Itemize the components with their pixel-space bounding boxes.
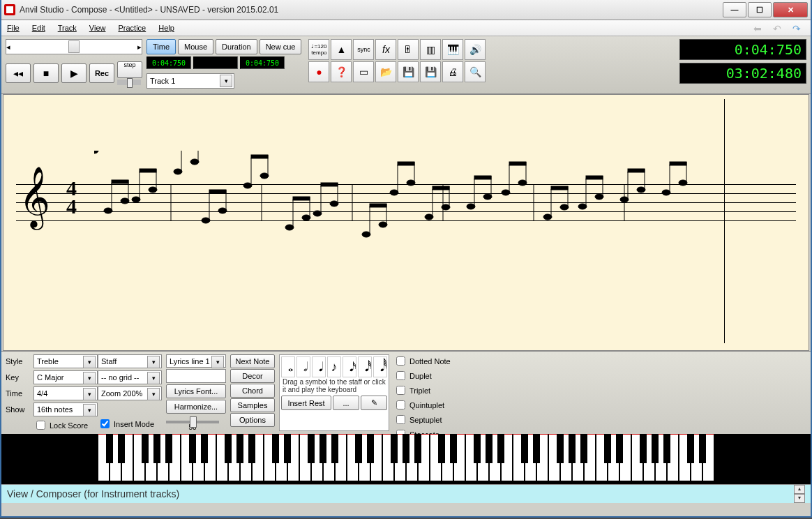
window-title: Anvil Studio - Compose - <Untitled> - UN… <box>20 5 278 15</box>
save-icon[interactable]: 💾 <box>398 61 419 82</box>
keyboard-icon[interactable]: 🎹 <box>442 39 463 60</box>
saveas-icon[interactable]: 💾 <box>420 61 441 82</box>
lyrics-line-select[interactable]: Lyrics line 1 <box>166 354 226 368</box>
options-button[interactable]: Options <box>230 413 275 427</box>
menu-practice[interactable]: Practice <box>118 24 146 32</box>
open-icon[interactable]: 📂 <box>375 61 396 82</box>
next-note-button[interactable]: Next Note <box>230 354 275 368</box>
note-64th[interactable]: 𝅘𝅥𝅱 <box>373 356 387 377</box>
note-whole[interactable]: 𝅝 <box>281 356 295 377</box>
zoom-icon[interactable]: 🔍 <box>465 61 486 82</box>
minimize-button[interactable]: — <box>723 2 746 17</box>
pen-button[interactable]: ✎ <box>361 396 387 410</box>
triplet-checkbox[interactable]: Triplet <box>393 384 451 397</box>
print-icon[interactable]: 🖨 <box>442 61 463 82</box>
note-32nd[interactable]: 𝅘𝅥𝅰 <box>358 356 372 377</box>
time-display-right: 0:04:750 <box>240 57 285 69</box>
palette-hint: Drag a symbol to the staff or click it a… <box>281 377 387 394</box>
mode-duration[interactable]: Duration <box>216 39 257 54</box>
tuner-icon[interactable]: 🎚 <box>398 39 419 60</box>
h-scrollbar[interactable]: ◂▸ <box>6 39 142 54</box>
svg-point-6 <box>94 151 98 153</box>
style-select[interactable]: Treble <box>33 354 98 368</box>
menu-view[interactable]: View <box>89 24 106 32</box>
audio-icon[interactable]: 🔊 <box>465 39 486 60</box>
note-half[interactable]: 𝅗𝅥 <box>296 356 310 377</box>
septuplet-checkbox[interactable]: Septuplet <box>393 413 451 426</box>
style-label: Style <box>6 357 31 366</box>
app-icon <box>4 4 15 15</box>
note-eighth[interactable]: ♪ <box>327 356 341 377</box>
harmonize-button[interactable]: Harmonize... <box>166 400 226 414</box>
redo-icon[interactable]: ↷ <box>792 23 805 33</box>
close-button[interactable]: ✕ <box>773 2 808 17</box>
scroll-up[interactable]: ▴ <box>794 485 805 494</box>
show-select[interactable]: 16th notes <box>33 403 98 416</box>
undo-icon[interactable]: ↶ <box>773 23 785 33</box>
samples-button[interactable]: Samples <box>230 398 275 412</box>
zoom-select[interactable]: Zoom 200% <box>98 386 162 400</box>
menu-help[interactable]: Help <box>158 24 174 32</box>
help-icon[interactable]: ❓ <box>331 61 352 82</box>
track-select[interactable]: Track 1 <box>146 73 234 89</box>
titlebar: Anvil Studio - Compose - <Untitled> - UN… <box>1 0 811 20</box>
decor-button[interactable]: Decor <box>230 369 275 383</box>
play-button[interactable]: ▶ <box>61 63 87 83</box>
scroll-down[interactable]: ▾ <box>794 494 805 503</box>
insert-rest-button[interactable]: Insert Rest <box>281 396 331 410</box>
score-area[interactable]: 𝄞 44 <box>3 94 809 351</box>
menu-edit[interactable]: Edit <box>32 24 45 32</box>
tempo-icon[interactable]: ♩=120tempo <box>308 39 329 60</box>
note-quarter[interactable]: 𝅘𝅥 <box>312 356 326 377</box>
nav-back-icon[interactable]: ⬅ <box>753 23 766 33</box>
fx-icon[interactable]: fx <box>375 39 396 60</box>
big-time-bottom: 03:02:480 <box>679 63 806 84</box>
velocity-slider[interactable]: 50 <box>166 416 219 431</box>
notes <box>94 151 708 290</box>
synth-icon[interactable]: ▥ <box>420 39 441 60</box>
mode-time[interactable]: Time <box>146 39 176 54</box>
show-label: Show <box>6 405 31 414</box>
menu-track[interactable]: Track <box>58 24 77 32</box>
lyrics-font-button[interactable]: Lyrics Font... <box>166 384 226 398</box>
rewind-button[interactable]: ◂◂ <box>6 63 31 83</box>
record-icon[interactable]: ● <box>308 61 329 82</box>
insert-mode-checkbox[interactable]: Insert Mode <box>98 417 162 430</box>
grid-select[interactable]: -- no grid -- <box>98 370 162 384</box>
duplet-checkbox[interactable]: Duplet <box>393 369 451 382</box>
quintuplet-checkbox[interactable]: Quintuplet <box>393 398 451 412</box>
staff-select[interactable]: Staff <box>98 354 162 368</box>
metronome-icon[interactable]: ▲ <box>331 39 352 60</box>
menubar: File Edit Track View Practice Help ⬅ ↶ ↷ <box>1 20 811 36</box>
note-palette: 𝅝 𝅗𝅥 𝅘𝅥 ♪ 𝅘𝅥𝅯 𝅘𝅥𝅰 𝅘𝅥𝅱 Drag a symbol to t… <box>279 354 389 431</box>
status-text: View / Composer (for Instrument tracks) <box>7 488 179 499</box>
record-button[interactable]: Rec <box>89 63 114 83</box>
toolbar: ◂▸ ◂◂ ■ ▶ Rec step Time Mouse Duration N… <box>1 36 811 94</box>
mode-newcue[interactable]: New cue <box>260 39 302 54</box>
step-slider[interactable] <box>117 80 141 85</box>
playhead-cursor[interactable] <box>724 99 725 343</box>
timesig-select[interactable]: 4/4 <box>33 386 98 400</box>
bottom-panel: Style Treble Key C Major Time 4/4 Show 1… <box>1 351 811 434</box>
key-label: Key <box>6 373 31 382</box>
time-display-left: 0:04:750 <box>146 57 191 69</box>
menu-file[interactable]: File <box>7 24 20 32</box>
status-bar: View / Composer (for Instrument tracks) … <box>1 484 811 503</box>
step-button[interactable]: step <box>117 61 142 78</box>
lyrics-input[interactable] <box>166 369 226 382</box>
maximize-button[interactable]: ☐ <box>748 2 772 17</box>
more-button[interactable]: ... <box>333 396 359 410</box>
new-icon[interactable]: ▭ <box>353 61 374 82</box>
tool-icons: ♩=120tempo ▲ sync fx 🎚 ▥ 🎹 🔊 ● ❓ ▭ 📂 💾 💾… <box>308 39 498 82</box>
piano-keyboard[interactable] <box>1 434 811 484</box>
time-label: Time <box>6 389 31 398</box>
note-16th[interactable]: 𝅘𝅥𝅯 <box>343 356 356 377</box>
stop-button[interactable]: ■ <box>33 63 59 83</box>
dotted-checkbox[interactable]: Dotted Note <box>393 354 451 368</box>
time-display-mid <box>193 57 238 69</box>
mode-mouse[interactable]: Mouse <box>178 39 213 54</box>
lock-score-checkbox[interactable]: Lock Score <box>33 419 93 432</box>
sync-icon[interactable]: sync <box>353 39 374 60</box>
key-select[interactable]: C Major <box>33 370 98 384</box>
chord-button[interactable]: Chord <box>230 384 275 398</box>
